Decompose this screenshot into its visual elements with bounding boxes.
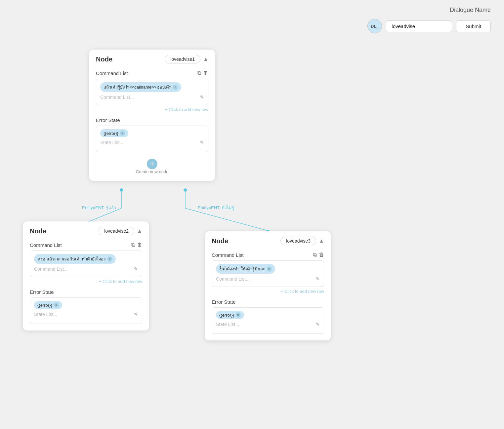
- command-tag-remove-3-0[interactable]: ×: [267, 266, 272, 272]
- command-placeholder-row-1: Command List... ✎: [100, 95, 204, 100]
- node-title-2: Node: [30, 227, 46, 235]
- error-state-title-2: Error State: [30, 289, 54, 295]
- node-header-1: Node loveadvise1 ▲: [89, 50, 215, 67]
- error-placeholder-row-1: State List... ✎: [100, 140, 204, 145]
- command-list-actions-2: ⧉ 🗑: [131, 242, 142, 248]
- command-tag-3-0: งั้นก็ต้องทำ ให้เค้ารู้มิยอะ ×: [216, 264, 275, 274]
- node-name-badge-2: loveadvise2 ▲: [99, 227, 142, 235]
- command-list-section-3: Command List ⧉ 🗑 งั้นก็ต้องทำ ให้เค้ารู้…: [205, 252, 331, 294]
- error-state-box-2: {{error}} × State List... ✎: [30, 297, 142, 324]
- error-edit-icon-2[interactable]: ✎: [134, 312, 138, 317]
- error-tags-3: {{error}} ×: [216, 311, 320, 319]
- header-panel: Dialogue Name DL_ Submit: [354, 0, 504, 40]
- command-placeholder-3: Command List...: [216, 276, 250, 282]
- error-state-header-1: Error State: [96, 117, 208, 123]
- error-tag-remove-2-0[interactable]: ×: [54, 302, 59, 308]
- collapse-button-3[interactable]: ▲: [319, 238, 324, 244]
- delete-icon-2[interactable]: 🗑: [137, 242, 142, 248]
- command-list-box-3: งั้นก็ต้องทำ ให้เค้ารู้มิยอะ × Command L…: [212, 260, 324, 287]
- command-add-row-3[interactable]: + Click to add new row: [212, 289, 324, 294]
- error-state-section-1: Error State {{error}} × State List... ✎: [89, 117, 215, 152]
- command-tag-remove-2-0[interactable]: ×: [107, 256, 112, 262]
- command-placeholder-2: Command List...: [34, 266, 68, 272]
- node-name-pill-2: loveadvise2: [99, 227, 134, 235]
- edge-label-1: Entity=ENT_รู้แล้ว: [82, 204, 116, 211]
- command-add-row-1[interactable]: + Click to add new row: [96, 107, 208, 112]
- command-tags-1: แล้วเค้ารู้ยังว่า<<callname>>ชอบเค้า ×: [100, 82, 204, 92]
- header-controls: DL_ Submit: [367, 19, 491, 33]
- create-node-icon-1[interactable]: +: [147, 159, 157, 169]
- error-placeholder-row-3: State List... ✎: [216, 322, 320, 327]
- svg-point-5: [184, 188, 187, 192]
- collapse-button-1[interactable]: ▲: [203, 56, 208, 62]
- error-state-title-3: Error State: [212, 299, 236, 305]
- node-name-badge-3: loveadvise3 ▲: [280, 237, 324, 245]
- node-header-3: Node loveadvise3 ▲: [205, 231, 331, 249]
- svg-point-0: [120, 188, 123, 192]
- submit-button[interactable]: Submit: [456, 20, 491, 32]
- create-node-area-1[interactable]: + Create new node: [89, 159, 215, 174]
- command-list-header-3: Command List ⧉ 🗑: [212, 252, 324, 258]
- command-list-section-1: Command List ⧉ 🗑 แล้วเค้ารู้ยังว่า<<call…: [89, 70, 215, 112]
- command-list-actions-3: ⧉ 🗑: [313, 252, 324, 258]
- error-state-section-3: Error State {{error}} × State List... ✎: [205, 299, 331, 334]
- error-state-box-1: {{error}} × State List... ✎: [96, 126, 208, 152]
- error-tag-3-0: {{error}} ×: [216, 311, 244, 319]
- error-tag-remove-1-0[interactable]: ×: [120, 131, 125, 136]
- node-name-pill-1: loveadvise1: [165, 55, 200, 63]
- error-state-header-3: Error State: [212, 299, 324, 305]
- command-tag-text-1-0: แล้วเค้ารู้ยังว่า<<callname>>ชอบเค้า: [104, 84, 171, 91]
- command-tag-text-2-0: หรอ แล้วเวลาเจอกันเค้าทำตัวยังไงอะ: [37, 255, 106, 262]
- delete-icon-1[interactable]: 🗑: [203, 70, 208, 76]
- svg-line-7: [185, 208, 268, 231]
- command-tag-text-3-0: งั้นก็ต้องทำ ให้เค้ารู้มิยอะ: [219, 265, 265, 272]
- error-placeholder-3: State List...: [216, 322, 239, 327]
- error-tag-remove-3-0[interactable]: ×: [235, 312, 241, 318]
- delete-icon-3[interactable]: 🗑: [319, 252, 324, 258]
- error-tag-text-3-0: {{error}}: [219, 313, 234, 318]
- error-placeholder-1: State List...: [100, 140, 123, 145]
- dialogue-name-input[interactable]: [386, 20, 452, 32]
- command-placeholder-row-3: Command List... ✎: [216, 276, 320, 282]
- command-add-row-2[interactable]: + Click to add new row: [30, 279, 142, 284]
- command-list-header-2: Command List ⧉ 🗑: [30, 242, 142, 248]
- error-state-header-2: Error State: [30, 289, 142, 295]
- error-state-title-1: Error State: [96, 117, 120, 123]
- collapse-button-2[interactable]: ▲: [137, 228, 142, 234]
- command-edit-icon-2[interactable]: ✎: [134, 266, 138, 272]
- command-tags-2: หรอ แล้วเวลาเจอกันเค้าทำตัวยังไงอะ ×: [34, 254, 138, 264]
- error-tags-1: {{error}} ×: [100, 129, 204, 137]
- copy-icon-2[interactable]: ⧉: [131, 242, 135, 248]
- node-name-pill-3: loveadvise3: [280, 237, 316, 245]
- command-placeholder-row-2: Command List... ✎: [34, 266, 138, 272]
- node-card-2: Node loveadvise2 ▲ Command List ⧉ 🗑 หรอ …: [23, 221, 149, 331]
- error-edit-icon-3[interactable]: ✎: [316, 322, 320, 327]
- node-card-3: Node loveadvise3 ▲ Command List ⧉ 🗑 งั้น…: [205, 231, 331, 340]
- command-list-title-3: Command List: [212, 252, 244, 258]
- command-edit-icon-3[interactable]: ✎: [316, 276, 320, 282]
- error-placeholder-row-2: State List... ✎: [34, 312, 138, 317]
- error-tags-2: {{error}} ×: [34, 301, 138, 309]
- avatar: DL_: [367, 19, 382, 33]
- command-list-title-1: Command List: [96, 70, 128, 76]
- copy-icon-1[interactable]: ⧉: [197, 70, 201, 76]
- command-tags-3: งั้นก็ต้องทำ ให้เค้ารู้มิยอะ ×: [216, 264, 320, 274]
- node-title-3: Node: [212, 237, 228, 245]
- node-name-badge-1: loveadvise1 ▲: [165, 55, 208, 63]
- error-tag-1-0: {{error}} ×: [100, 129, 128, 137]
- command-tag-remove-1-0[interactable]: ×: [173, 85, 178, 90]
- error-edit-icon-1[interactable]: ✎: [200, 140, 204, 145]
- error-state-box-3: {{error}} × State List... ✎: [212, 307, 324, 334]
- command-edit-icon-1[interactable]: ✎: [200, 95, 204, 100]
- command-list-box-1: แล้วเค้ารู้ยังว่า<<callname>>ชอบเค้า × C…: [96, 79, 208, 105]
- command-list-actions-1: ⧉ 🗑: [197, 70, 208, 76]
- copy-icon-3[interactable]: ⧉: [313, 252, 317, 258]
- command-tag-2-0: หรอ แล้วเวลาเจอกันเค้าทำตัวยังไงอะ ×: [34, 254, 116, 264]
- edge-label-2: Entity=ENT_ยังไม่รู้: [198, 204, 234, 211]
- error-tag-2-0: {{error}} ×: [34, 301, 62, 309]
- command-placeholder-1: Command List...: [100, 95, 134, 100]
- error-placeholder-2: State List...: [34, 312, 57, 317]
- error-tag-text-2-0: {{error}}: [37, 303, 52, 308]
- command-list-section-2: Command List ⧉ 🗑 หรอ แล้วเวลาเจอกันเค้าท…: [23, 242, 149, 284]
- command-list-title-2: Command List: [30, 242, 62, 248]
